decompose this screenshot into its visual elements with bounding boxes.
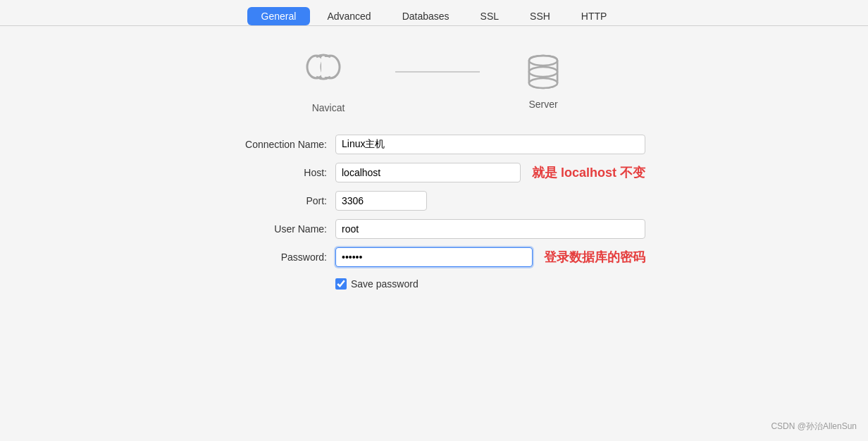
port-row: Port: [223, 191, 645, 211]
tab-general[interactable]: General [247, 7, 311, 25]
host-input[interactable] [335, 163, 521, 182]
tab-ssl[interactable]: SSL [466, 7, 513, 25]
username-label: User Name: [223, 223, 335, 235]
illustration: Navicat [304, 47, 564, 113]
host-label: Host: [223, 167, 335, 178]
server-illustration-item: Server [522, 51, 564, 110]
host-annotation: 就是 localhost 不变 [532, 164, 645, 181]
username-row: User Name: [223, 219, 645, 239]
navicat-illustration-item: Navicat [304, 47, 353, 113]
port-input[interactable] [335, 191, 427, 211]
password-annotation: 登录数据库的密码 [544, 249, 645, 266]
connection-name-label: Connection Name: [223, 139, 335, 150]
svg-point-11 [529, 67, 557, 77]
host-row: Host: 就是 localhost 不变 [223, 163, 645, 182]
username-input[interactable] [335, 219, 645, 239]
save-password-checkbox[interactable] [335, 278, 347, 290]
save-password-row: Save password [335, 278, 645, 290]
content-area: Navicat [0, 26, 868, 441]
tab-databases[interactable]: Databases [388, 7, 464, 25]
server-icon [522, 51, 564, 93]
form: Connection Name: Host: 就是 localhost 不变 P… [223, 135, 645, 290]
svg-rect-2 [321, 57, 331, 77]
watermark: CSDN @孙治AllenSun [771, 421, 857, 433]
svg-point-12 [529, 78, 557, 88]
connector-line [395, 71, 480, 73]
save-password-label: Save password [351, 278, 418, 290]
password-label: Password: [223, 251, 335, 263]
tab-advanced[interactable]: Advanced [313, 7, 385, 25]
connection-name-row: Connection Name: [223, 135, 645, 154]
server-label: Server [528, 99, 557, 110]
port-label: Port: [223, 195, 335, 206]
connection-name-input[interactable] [335, 135, 645, 154]
navicat-label: Navicat [312, 102, 345, 113]
password-row: Password: 登录数据库的密码 [223, 247, 645, 267]
tab-bar: General Advanced Databases SSL SSH HTTP [0, 0, 868, 26]
tab-http[interactable]: HTTP [567, 7, 621, 25]
tab-ssh[interactable]: SSH [516, 7, 564, 25]
navicat-icon [304, 47, 353, 97]
window: General Advanced Databases SSL SSH HTTP [0, 0, 868, 441]
password-input[interactable] [335, 247, 533, 267]
